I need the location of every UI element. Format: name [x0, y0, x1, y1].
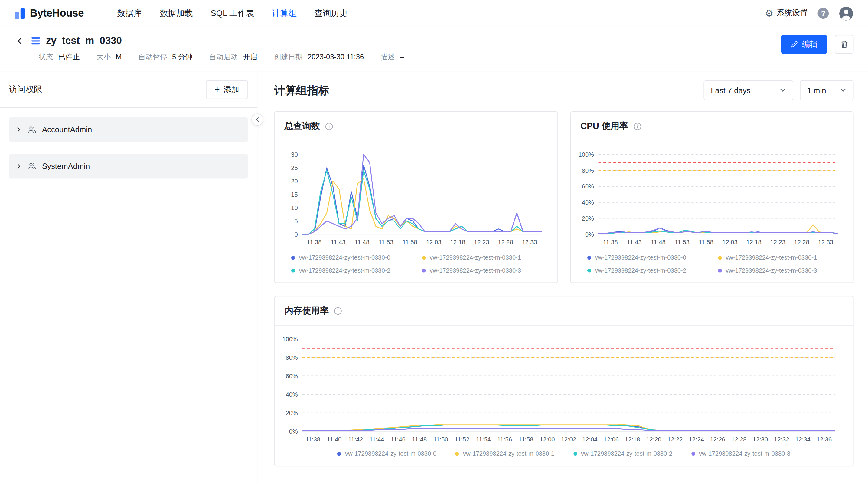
legend-item[interactable]: vw-1729398224-zy-test-m-0330-1	[422, 254, 552, 261]
svg-text:11:58: 11:58	[519, 436, 533, 443]
svg-text:12:26: 12:26	[710, 436, 725, 443]
svg-text:11:48: 11:48	[651, 239, 666, 245]
legend-item[interactable]: vw-1729398224-zy-test-m-0330-0	[587, 254, 718, 261]
delete-button[interactable]	[835, 35, 853, 54]
chevron-left-icon	[255, 117, 260, 122]
svg-text:12:02: 12:02	[561, 436, 576, 443]
svg-text:12:28: 12:28	[731, 436, 746, 443]
memory-chart-card: 内存使用率 0%20%40%60%80%100%11:3811:4011:421…	[274, 296, 853, 466]
page-title: zy_test_m_0330	[46, 35, 122, 46]
legend-item[interactable]: vw-1729398224-zy-test-m-0330-3	[718, 267, 849, 274]
svg-text:12:36: 12:36	[817, 436, 832, 443]
nav-item-sql-worksheet[interactable]: SQL 工作表	[211, 8, 254, 19]
info-icon	[325, 122, 333, 131]
legend-label: vw-1729398224-zy-test-m-0330-1	[430, 254, 521, 261]
users-icon	[28, 125, 37, 134]
svg-text:11:53: 11:53	[379, 239, 393, 245]
metrics-panel: 计算组指标 Last 7 days 1 min 总查询数	[258, 71, 868, 483]
svg-text:12:18: 12:18	[450, 239, 465, 245]
avatar[interactable]	[839, 6, 853, 21]
metrics-title: 计算组指标	[274, 83, 329, 98]
queries-chart-title: 总查询数	[285, 120, 320, 132]
legend-label: vw-1729398224-zy-test-m-0330-1	[463, 450, 554, 457]
chevron-down-icon	[840, 87, 847, 93]
interval-select[interactable]: 1 min	[800, 80, 854, 100]
add-permission-button[interactable]: + 添加	[206, 80, 248, 99]
svg-text:11:52: 11:52	[455, 436, 470, 443]
nav-item-databases[interactable]: 数据库	[117, 8, 142, 19]
meta-auto-suspend: 自动暂停5 分钟	[138, 52, 192, 62]
legend-item[interactable]: vw-1729398224-zy-test-m-0330-3	[691, 450, 790, 457]
legend-dot-icon	[718, 268, 722, 272]
nav-right: ⚙ 系统设置 ?	[765, 6, 853, 21]
metadata-row: 状态已停止 大小M 自动暂停5 分钟 自动启动开启 创建日期2023-03-30…	[39, 52, 853, 71]
legend-item[interactable]: vw-1729398224-zy-test-m-0330-2	[587, 267, 718, 274]
svg-text:30: 30	[291, 151, 298, 158]
svg-text:5: 5	[295, 218, 298, 224]
svg-text:12:28: 12:28	[498, 239, 513, 245]
svg-text:12:30: 12:30	[753, 436, 768, 443]
legend-item[interactable]: vw-1729398224-zy-test-m-0330-2	[291, 267, 422, 274]
legend-label: vw-1729398224-zy-test-m-0330-2	[299, 267, 390, 274]
svg-text:11:42: 11:42	[348, 436, 363, 443]
svg-text:40%: 40%	[285, 391, 298, 398]
svg-text:12:34: 12:34	[795, 436, 810, 443]
nav-item-query-history[interactable]: 查询历史	[315, 8, 348, 19]
legend-item[interactable]: vw-1729398224-zy-test-m-0330-3	[422, 267, 552, 274]
permission-item-accountadmin[interactable]: AccountAdmin	[9, 117, 248, 142]
meta-auto-start: 自动启动开启	[209, 52, 257, 62]
svg-text:11:43: 11:43	[331, 239, 346, 245]
svg-text:100%: 100%	[282, 336, 298, 342]
svg-text:100%: 100%	[578, 151, 594, 158]
legend-dot-icon	[291, 256, 295, 260]
svg-text:20%: 20%	[582, 215, 594, 222]
svg-text:60%: 60%	[285, 373, 298, 379]
chevron-right-icon	[15, 163, 22, 169]
brand[interactable]: ByteHouse	[15, 7, 84, 19]
legend-item[interactable]: vw-1729398224-zy-test-m-0330-0	[291, 254, 422, 261]
legend-item[interactable]: vw-1729398224-zy-test-m-0330-0	[337, 450, 437, 457]
svg-text:12:20: 12:20	[646, 436, 661, 443]
legend-item[interactable]: vw-1729398224-zy-test-m-0330-1	[718, 254, 849, 261]
help-button[interactable]: ?	[818, 8, 829, 19]
permission-item-label: AccountAdmin	[42, 125, 92, 134]
gear-icon: ⚙	[765, 8, 773, 18]
svg-text:11:56: 11:56	[497, 436, 512, 443]
nav-item-compute-groups[interactable]: 计算组	[272, 8, 297, 19]
svg-text:11:53: 11:53	[674, 239, 689, 245]
info-icon	[334, 307, 342, 315]
back-button[interactable]	[15, 35, 26, 46]
svg-text:12:18: 12:18	[625, 436, 640, 443]
pencil-icon	[791, 40, 798, 48]
svg-text:11:38: 11:38	[305, 436, 320, 443]
legend-dot-icon	[455, 452, 459, 456]
legend-item[interactable]: vw-1729398224-zy-test-m-0330-2	[573, 450, 672, 457]
interval-value: 1 min	[807, 86, 826, 95]
question-icon: ?	[821, 9, 826, 17]
legend-item[interactable]: vw-1729398224-zy-test-m-0330-1	[455, 450, 554, 457]
user-icon	[839, 6, 853, 21]
permission-item-systemadmin[interactable]: SystemAdmin	[9, 154, 248, 178]
system-settings-button[interactable]: ⚙ 系统设置	[765, 8, 808, 18]
svg-text:15: 15	[291, 191, 298, 198]
cpu-usage-chart: 0%20%40%60%80%100%11:3811:4311:4811:5311…	[575, 148, 846, 249]
edit-button[interactable]: 编辑	[781, 35, 827, 54]
nav-item-data-loading[interactable]: 数据加载	[160, 8, 193, 19]
svg-text:12:24: 12:24	[689, 436, 704, 443]
collapse-sidebar-button[interactable]	[251, 114, 263, 125]
svg-text:20%: 20%	[285, 410, 298, 416]
svg-text:11:38: 11:38	[603, 239, 618, 245]
cpu-chart-title: CPU 使用率	[580, 120, 628, 132]
svg-text:12:18: 12:18	[746, 239, 761, 245]
time-range-select[interactable]: Last 7 days	[704, 80, 793, 100]
svg-text:12:22: 12:22	[668, 436, 683, 443]
permission-item-label: SystemAdmin	[42, 161, 90, 170]
permissions-title: 访问权限	[9, 84, 42, 95]
svg-text:40%: 40%	[582, 199, 594, 206]
svg-text:11:48: 11:48	[355, 239, 370, 245]
svg-text:25: 25	[291, 165, 298, 171]
svg-text:11:50: 11:50	[433, 436, 448, 443]
legend-label: vw-1729398224-zy-test-m-0330-2	[595, 267, 686, 274]
svg-text:11:46: 11:46	[391, 436, 406, 443]
svg-text:12:03: 12:03	[722, 239, 737, 245]
